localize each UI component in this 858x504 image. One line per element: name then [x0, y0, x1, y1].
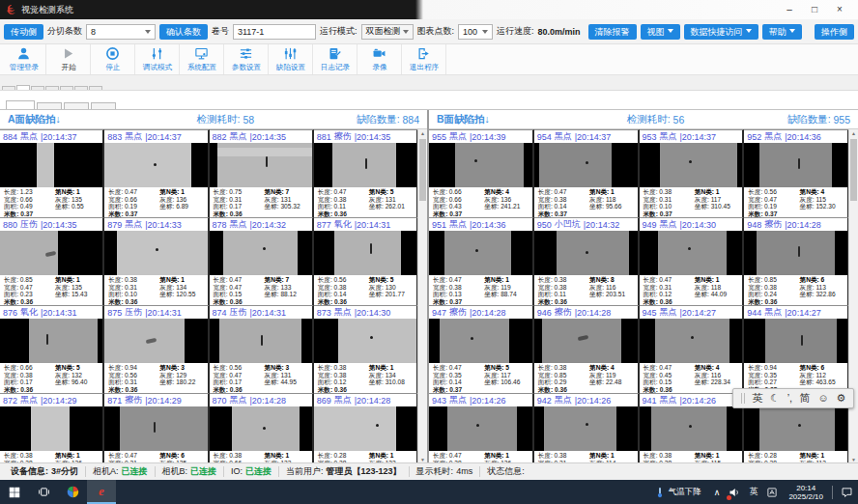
action-exit-program-button[interactable]: 退出程序: [402, 44, 446, 74]
defect-cell[interactable]: 876 氧化 |20:14:31 长度: 0.66 宽度: 0.38 面积: 0…: [0, 305, 104, 393]
user-icon: [16, 46, 31, 61]
volume-icon[interactable]: [725, 480, 744, 504]
defect-cell[interactable]: 949 黑点 |20:14:30 长度: 0.47 宽度: 0.31 面积: 0…: [640, 217, 745, 305]
defect-cell[interactable]: 872 黑点 |20:14:29 长度: 0.38 宽度: 0.38 面积: 0…: [0, 393, 104, 463]
run-mode-select[interactable]: 双面检测: [361, 24, 414, 40]
active-app-icon[interactable]: e: [87, 480, 116, 504]
defect-type: 压伤: [230, 306, 247, 319]
ime-grip[interactable]: [741, 393, 745, 404]
defect-cell[interactable]: 875 压伤 |20:14:31 长度: 0.94 宽度: 0.56 面积: 0…: [104, 305, 209, 393]
ime-punctuation-toggle[interactable]: ’,: [787, 393, 793, 404]
defect-cell[interactable]: 873 黑点 |20:14:30 长度: 0.38 宽度: 0.38 面积: 0…: [314, 305, 418, 393]
quick-access-menu-button[interactable]: 数据快捷访问: [684, 24, 758, 40]
clear-alarm-button[interactable]: 清除报警: [588, 24, 637, 40]
ime-moon-icon[interactable]: ☾: [770, 393, 780, 404]
slit-count-select[interactable]: 8: [86, 24, 156, 40]
notification-icon[interactable]: [835, 480, 858, 504]
defect-cell[interactable]: 951 黑点 |20:14:36 长度: 0.47 宽度: 0.38 面积: 0…: [429, 217, 534, 305]
defect-type: 黑点: [660, 130, 677, 143]
scroll-up-icon[interactable]: ▲: [420, 129, 425, 137]
defect-cell[interactable]: 946 擦伤 |20:14:28 长度: 0.38 宽度: 0.85 面积: 0…: [534, 305, 640, 393]
start-button[interactable]: [0, 480, 29, 504]
defect-cell[interactable]: 880 压伤 |20:14:35 长度: 0.85 宽度: 0.47 面积: 0…: [0, 217, 104, 305]
defect-cell[interactable]: 871 擦伤 |20:14:29 长度: 0.47 宽度: 0.31 面积: 0…: [104, 393, 209, 463]
action-debug-mode-button[interactable]: 调试模式: [135, 44, 180, 74]
tab-defect-monitor[interactable]: [16, 85, 30, 90]
defect-cell[interactable]: 950 小凹坑 |20:14:32 长度: 0.38 宽度: 0.38 面积: …: [534, 217, 640, 305]
action-stop-button[interactable]: 停止: [91, 44, 135, 74]
panel-header: A面缺陷拍↓ 检测耗时: 58 缺陷数量: 884: [0, 110, 427, 129]
hidden-icons-chevron[interactable]: ∧: [709, 488, 726, 497]
maximize-button[interactable]: □: [802, 0, 827, 19]
taskbar-clock[interactable]: 20:14 2025/2/10: [782, 484, 830, 501]
defect-cell[interactable]: 952 黑点 |20:14:36 长度: 0.56 宽度: 0.47 面积: 0…: [744, 129, 849, 217]
defect-cell[interactable]: 944 黑点 |20:14:27 长度: 0.94 宽度: 0.35 面积: 0…: [744, 305, 849, 393]
chart-points-select[interactable]: 100: [458, 24, 493, 40]
defect-cell[interactable]: 954 黑点 |20:14:37 长度: 0.47 宽度: 0.38 面积: 0…: [534, 129, 640, 217]
operator-side-button[interactable]: 操作侧: [815, 24, 854, 40]
subtab-defect-stats[interactable]: [64, 102, 89, 109]
confirm-count-button[interactable]: 确认条数: [159, 24, 208, 40]
defect-cell[interactable]: 948 擦伤 |20:14:28 长度: 0.85 宽度: 0.38 面积: 0…: [744, 217, 849, 305]
defect-info: 长度: 0.47 宽度: 0.38 面积: 0.11 米数: 0.36 第N类:…: [314, 187, 416, 217]
defect-cell[interactable]: 881 擦伤 |20:14:35 长度: 0.47 宽度: 0.38 面积: 0…: [314, 129, 418, 217]
minimize-button[interactable]: –: [777, 0, 802, 19]
close-button[interactable]: ×: [827, 0, 852, 19]
defect-type: 擦伤: [764, 218, 782, 231]
defect-cell[interactable]: 883 黑点 |20:14:37 长度: 0.47 宽度: 0.66 面积: 0…: [104, 129, 209, 217]
scrollbar[interactable]: ▲ ▼: [417, 129, 427, 463]
defect-cell[interactable]: 942 黑点 |20:14:26 长度: 0.38 宽度: 0.31 面积: 0…: [534, 393, 640, 463]
defect-cell[interactable]: 869 黑点 |20:14:28 长度: 0.28 宽度: 0.38 面积: 0…: [314, 393, 418, 463]
defect-cell[interactable]: 953 黑点 |20:14:37 长度: 0.38 宽度: 0.31 面积: 0…: [640, 129, 745, 217]
defect-time: |20:14:28: [470, 308, 505, 318]
subtab-class-stats[interactable]: [91, 102, 116, 109]
roll-number-input[interactable]: [238, 27, 311, 37]
action-system-config-button[interactable]: 系统配置: [180, 44, 224, 74]
roll-number-input-wrap: [233, 24, 316, 40]
defect-id: 945: [643, 308, 657, 318]
defect-type: 黑点: [764, 130, 782, 143]
taskbar: e 气温下降 ∧ 英 20:14 2025/2/10: [0, 480, 858, 504]
defect-cell[interactable]: 955 黑点 |20:14:39 长度: 0.66 宽度: 0.66 面积: 0…: [429, 129, 534, 217]
ime-lang-toggle[interactable]: 英: [752, 393, 762, 404]
ime-simplified-toggle[interactable]: 简: [800, 393, 811, 404]
action-log-record-button[interactable]: 日志记录: [313, 44, 358, 74]
defect-cell[interactable]: 947 擦伤 |20:14:28 长度: 0.47 宽度: 0.35 面积: 0…: [429, 305, 534, 393]
drive-side-button[interactable]: 传动侧: [4, 24, 43, 40]
pinned-app-icon[interactable]: [58, 480, 87, 504]
defect-cell[interactable]: 945 黑点 |20:14:27 长度: 0.47 宽度: 0.45 面积: 0…: [640, 305, 745, 393]
view-menu-button[interactable]: 视图: [641, 24, 680, 40]
action-video-record-button[interactable]: 录像: [358, 44, 402, 74]
defect-cell[interactable]: 943 黑点 |20:14:26 长度: 0.47 宽度: 0.38 面积: 0…: [429, 393, 534, 463]
subtab-defect-info[interactable]: [6, 100, 35, 109]
defect-grid: 884 黑点 |20:14:37 长度: 1.23 宽度: 0.66 面积: 0…: [0, 129, 427, 463]
defect-cell[interactable]: 874 压伤 |20:14:31 长度: 0.56 宽度: 0.47 面积: 0…: [210, 305, 314, 393]
defect-cell-header: 942 黑点 |20:14:26: [534, 394, 638, 406]
defect-cell-header: 884 黑点 |20:14:37: [0, 130, 102, 143]
scrollbar-thumb[interactable]: [850, 139, 857, 201]
task-view-button[interactable]: [29, 480, 58, 504]
action-admin-login-button[interactable]: 管理登录: [2, 44, 46, 74]
ime-tray-icon[interactable]: [762, 480, 782, 504]
defect-time: |20:14:37: [680, 132, 716, 142]
defect-cell[interactable]: 878 黑点 |20:14:32 长度: 0.47 宽度: 0.47 面积: 0…: [210, 217, 314, 305]
defect-cell[interactable]: 884 黑点 |20:14:37 长度: 1.23 宽度: 0.66 面积: 0…: [0, 129, 104, 217]
ime-settings-icon[interactable]: ⚙: [836, 393, 845, 404]
language-indicator[interactable]: 英: [744, 486, 762, 498]
defect-cell[interactable]: 879 黑点 |20:14:33 长度: 0.38 宽度: 0.31 面积: 0…: [104, 217, 209, 305]
subtab-defect-distribution[interactable]: [37, 102, 62, 109]
defect-cell[interactable]: 882 黑点 |20:14:35 长度: 0.75 宽度: 0.31 面积: 0…: [210, 129, 314, 217]
defect-image: [640, 406, 743, 451]
defect-cell[interactable]: 941 黑点 |20:14:26 长度: 0.38 宽度: 0.38 面积: 0…: [640, 393, 745, 463]
defect-cell[interactable]: 870 黑点 |20:14:28 长度: 0.38 宽度: 0.66 面积: 0…: [210, 393, 314, 463]
weather-widget[interactable]: 气温下降: [647, 487, 709, 498]
defect-cell[interactable]: 877 氧化 |20:14:31 长度: 0.56 宽度: 0.38 面积: 0…: [314, 217, 418, 305]
action-start-button[interactable]: 开始: [46, 44, 91, 74]
action-defect-settings-button[interactable]: 缺陷设置: [269, 44, 313, 74]
scroll-up-icon[interactable]: ▲: [851, 129, 856, 137]
scrollbar-thumb[interactable]: [419, 139, 426, 201]
scrollbar[interactable]: ▲ ▼: [848, 129, 858, 463]
ime-emoji-icon[interactable]: ☺: [818, 393, 829, 404]
action-param-settings-button[interactable]: 参数设置: [224, 44, 269, 74]
help-menu-button[interactable]: 帮助: [762, 24, 802, 40]
